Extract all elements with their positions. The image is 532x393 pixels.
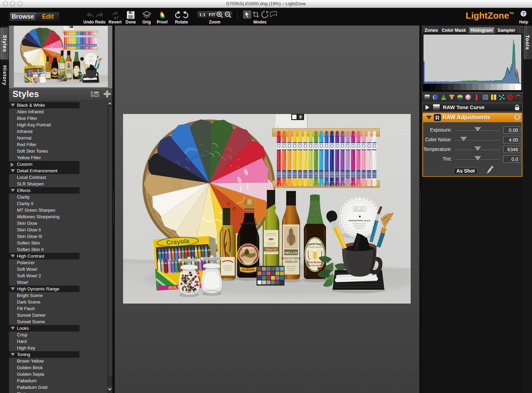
svg-text:PROPORTIONAL SCALE: PROPORTIONAL SCALE	[348, 220, 370, 222]
svg-text:OLD BREWERY TADCASTER: OLD BREWERY TADCASTER	[307, 247, 324, 248]
svg-text:LAGER BEER: LAGER BEER	[309, 265, 321, 267]
svg-text:MUSCAT WINE: MUSCAT WINE	[281, 257, 301, 260]
svg-text:Pure Brewed: Pure Brewed	[308, 261, 321, 263]
svg-text:VINEGAR: VINEGAR	[285, 260, 298, 263]
svg-text:SAMUEL SMITH: SAMUEL SMITH	[307, 243, 323, 245]
svg-text:ELBOW: ELBOW	[242, 268, 254, 271]
svg-text:FIDDLER’S: FIDDLER’S	[242, 247, 254, 249]
svg-text:HELLAS: HELLAS	[285, 251, 297, 255]
svg-text:Olive Oil: Olive Oil	[266, 248, 276, 251]
